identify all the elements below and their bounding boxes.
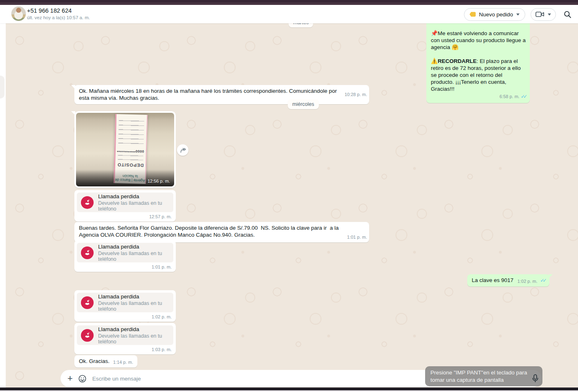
screenshot-hint-text: Presione "IMP PANT"en el teclado para to… [430,370,527,383]
missed-call-texts: Llamada perdida Devuelve las llamadas en… [98,293,169,312]
message-text-bold: ⚠️RECORDARLE [431,58,477,64]
new-order-button[interactable]: Nuevo pedido [464,8,525,21]
missed-call-icon [81,246,94,259]
message-bubble-incoming: Ok. Gracias. 1:14 p. m. [74,355,137,367]
message-text: ⚠️RECORDARLE: El plazo para el retiro es… [431,58,526,92]
missed-call-icon [81,196,94,209]
screenshot-hint-overlay: Presione "IMP PANT"en el teclado para to… [425,366,542,386]
missed-call-icon [81,329,94,342]
window-bottom-strip [0,388,578,390]
missed-call-inner: Llamada perdida Devuelve las llamadas en… [77,193,173,212]
message-text: La clave es 9017 [472,277,513,283]
message-bubble-outgoing: La clave es 9017 1:02 p. m. ✓✓ [467,274,549,287]
microphone-icon [531,374,539,383]
new-order-label: Nuevo pedido [479,11,513,18]
missed-call-card[interactable]: Llamada perdida Devuelve las llamadas en… [74,290,176,322]
header-actions: Nuevo pedido [464,8,571,21]
message-time: 10:28 p. m. [345,91,367,98]
message-time: 1:01 p. m. [347,234,367,241]
whatsapp-window: martes destino correspondiente📦🚚 📌Me est… [0,0,578,392]
message-bubble-outgoing: destino correspondiente📦🚚 📌Me estaré vol… [426,13,530,103]
missed-call-subtitle: Devuelve las llamadas en tu teléfono [98,200,169,212]
message-time: 1:01 p. m. [152,264,172,269]
receipt-deposito-text: DEPOSITO [115,162,145,168]
window-top-strip-2 [0,2,578,5]
forward-arrow-icon [179,147,186,153]
missed-call-inner: Llamada perdida Devuelve las llamadas en… [77,243,173,262]
message-time: 6:58 p. m. [500,94,520,99]
missed-call-inner: Llamada perdida Devuelve las llamadas en… [77,293,173,312]
image-message[interactable]: 0000************ DEPOSITO Agente | Banco… [74,111,176,188]
message-bubble-incoming: 10:28 p. m. Ok. Mañana miércoles 18 en h… [74,85,369,104]
chat-wallpaper: martes destino correspondiente📦🚚 📌Me est… [6,23,578,388]
search-in-chat-button[interactable] [564,11,571,18]
missed-call-title: Llamada perdida [98,193,169,199]
message-time: 12:57 p. m. [149,214,172,219]
contact-avatar[interactable] [11,6,26,21]
message-bubble-incoming: 1:01 p. m. Buenas tardes. Señorita Flor … [74,222,369,242]
chevron-down-icon [548,13,551,16]
message-meta: 6:58 p. m.✓✓ [431,93,526,100]
missed-call-texts: Llamada perdida Devuelve las llamadas en… [98,244,169,262]
message-time: 1:02 p. m. [518,279,538,284]
message-time: 12:56 p. m. [148,179,170,184]
missed-call-texts: Llamada perdida Devuelve las llamadas en… [98,193,169,212]
missed-call-title: Llamada perdida [98,293,169,300]
read-receipt-icon: ✓✓ [521,94,526,99]
receipt-text-lines [118,153,143,161]
voice-message-button[interactable] [531,374,539,384]
receipt-masked-number: 0000************ [117,148,144,153]
read-receipt-icon: ✓✓ [540,278,545,283]
message-text: Buenas tardes. Señorita Flor Garriazo. D… [79,225,340,238]
receipt-photo: 0000************ DEPOSITO Agente | Banco… [76,113,174,186]
missed-call-icon [81,296,94,309]
receipt-text-lines [118,118,144,145]
missed-call-card[interactable]: Llamada perdida Devuelve las llamadas en… [74,240,176,272]
missed-call-title: Llamada perdida [98,326,169,332]
chat-header: +51 966 182 624 últ. vez hoy a la(s) 10:… [0,5,578,23]
missed-call-subtitle: Devuelve las llamadas en tu teléfono [98,251,169,262]
message-time: 1:02 p. m. [152,314,172,319]
label-tag-icon [470,12,476,17]
missed-call-title: Llamada perdida [98,244,169,250]
date-chip-miercoles: miércoles [288,99,319,109]
missed-call-subtitle: Devuelve las llamadas en tu teléfono [98,333,169,345]
message-time: 1:03 p. m. [152,347,172,352]
missed-call-inner: Llamada perdida Devuelve las llamadas en… [77,325,173,345]
message-time: 1:14 p. m. [113,360,133,365]
blank-line [431,23,526,30]
contact-last-seen: últ. vez hoy a la(s) 10:57 a. m. [27,15,90,20]
search-icon [564,11,571,18]
missed-call-texts: Llamada perdida Devuelve las llamadas en… [98,326,169,345]
message-text: 📌Me estaré volviendo a comunicar con ust… [431,30,526,51]
video-camera-icon [535,11,544,18]
video-call-button[interactable] [531,8,556,21]
window-bottom-strip-2 [0,390,578,392]
emoji-picker-icon[interactable] [78,374,87,383]
side-panel-handle[interactable] [0,76,4,99]
message-text: Ok. Gracias. [79,358,110,364]
blank-line [431,51,526,58]
missed-call-card[interactable]: Llamada perdida Devuelve las llamadas en… [74,190,176,222]
forward-message-button[interactable] [177,144,188,156]
chevron-down-icon [516,13,520,16]
attach-plus-icon[interactable]: + [67,374,73,383]
missed-call-subtitle: Devuelve las llamadas en tu teléfono [98,300,169,312]
photo-bottom-gradient [76,169,174,186]
missed-call-card[interactable]: Llamada perdida Devuelve las llamadas en… [74,323,176,354]
contact-name[interactable]: +51 966 182 624 [27,7,72,14]
